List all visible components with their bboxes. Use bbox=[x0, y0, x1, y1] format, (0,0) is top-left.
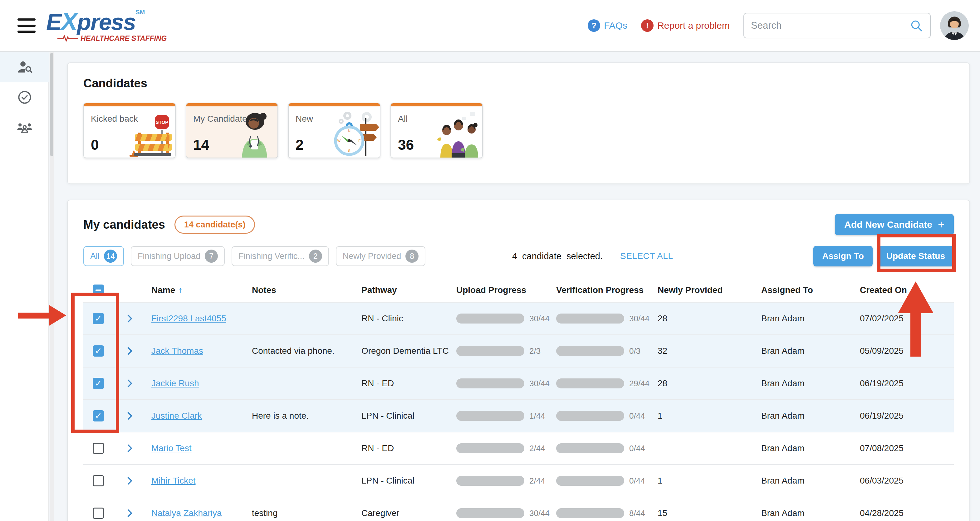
user-avatar[interactable] bbox=[940, 11, 969, 40]
card-accent-bar bbox=[391, 103, 482, 106]
expand-row-chevron-icon[interactable] bbox=[127, 314, 133, 323]
column-header-pathway[interactable]: Pathway bbox=[361, 285, 456, 295]
expand-row-chevron-icon[interactable] bbox=[127, 477, 133, 485]
search-input[interactable] bbox=[751, 20, 910, 31]
selection-count-text: 4 candidate selected. bbox=[512, 251, 603, 261]
exclamation-icon: ! bbox=[641, 19, 654, 32]
created-on-cell: 04/28/2025 bbox=[860, 508, 954, 518]
filter-count-badge: 14 bbox=[104, 249, 117, 263]
candidate-name-link[interactable]: Jackie Rush bbox=[151, 378, 199, 388]
assigned-to-cell: Bran Adam bbox=[761, 411, 860, 421]
card-kicked-back[interactable]: Kicked back 0 STOP bbox=[83, 103, 176, 158]
card-accent-bar bbox=[289, 103, 380, 106]
row-checkbox[interactable]: ✓ bbox=[93, 443, 104, 454]
progress-bar bbox=[456, 313, 524, 324]
svg-text:N: N bbox=[348, 129, 350, 133]
candidate-name-link[interactable]: Justine Clark bbox=[151, 411, 202, 421]
scrollbar-track[interactable] bbox=[49, 52, 54, 521]
table-row: ✓ Justine Clark Here is a note. LPN - Cl… bbox=[83, 399, 954, 432]
assigned-to-cell: Bran Adam bbox=[761, 378, 860, 388]
column-header-name[interactable]: Name↑ bbox=[151, 285, 252, 295]
pathway-cell: RN - ED bbox=[361, 378, 456, 388]
sidebar-item-verifications[interactable] bbox=[0, 83, 49, 112]
row-checkbox[interactable]: ✓ bbox=[93, 345, 104, 357]
expand-row-chevron-icon[interactable] bbox=[127, 444, 133, 453]
card-all[interactable]: All 36 bbox=[390, 103, 483, 158]
scrollbar-thumb[interactable] bbox=[50, 53, 53, 156]
select-all-checkbox[interactable] bbox=[93, 284, 104, 296]
column-header-upload[interactable]: Upload Progress bbox=[456, 285, 556, 295]
table-row: ✓ First2298 Last4055 RN - Clinic 30/44 3… bbox=[83, 302, 954, 334]
candidate-name-link[interactable]: Jack Thomas bbox=[151, 346, 203, 356]
svg-text:E: E bbox=[358, 139, 361, 143]
progress-bar bbox=[556, 313, 624, 324]
svg-text:S: S bbox=[348, 149, 350, 152]
plus-icon: + bbox=[938, 218, 944, 231]
report-problem-link[interactable]: ! Report a problem bbox=[641, 19, 730, 32]
card-my-candidates[interactable]: My Candidates 14 bbox=[186, 103, 278, 158]
column-header-assigned-to[interactable]: Assigned To bbox=[761, 285, 860, 295]
candidate-count-pill: 14 candidate(s) bbox=[175, 216, 255, 233]
row-checkbox[interactable]: ✓ bbox=[93, 508, 104, 519]
created-on-cell: 06/03/2025 bbox=[860, 476, 954, 486]
summary-cards: Kicked back 0 STOP bbox=[83, 103, 954, 158]
upload-progress-cell: 30/44 bbox=[456, 313, 556, 324]
search-icon[interactable] bbox=[910, 19, 923, 32]
upload-progress-cell: 1/44 bbox=[456, 411, 556, 421]
newly-provided-cell: 28 bbox=[658, 378, 761, 388]
candidate-name-link[interactable]: Mihir Ticket bbox=[151, 476, 196, 485]
filter-count-badge: 2 bbox=[309, 249, 322, 263]
faqs-link[interactable]: ? FAQs bbox=[588, 19, 627, 32]
column-header-verification[interactable]: Verification Progress bbox=[556, 285, 658, 295]
sidebar-item-candidate-search[interactable] bbox=[0, 52, 49, 83]
column-header-created-on[interactable]: Created On bbox=[860, 285, 954, 295]
assigned-to-cell: Bran Adam bbox=[761, 476, 860, 486]
progress-bar bbox=[556, 378, 624, 388]
filter-chip-finishing-upload[interactable]: Finishing Upload 7 bbox=[131, 246, 225, 266]
candidate-name-link[interactable]: First2298 Last4055 bbox=[151, 313, 226, 323]
card-new[interactable]: New 2 N E S W bbox=[288, 103, 380, 158]
column-header-newly-provided[interactable]: Newly Provided bbox=[658, 285, 761, 295]
candidate-name-link[interactable]: Natalya Zakhariya bbox=[151, 508, 222, 518]
people-group-illustration bbox=[432, 108, 482, 157]
newly-provided-cell: 1 bbox=[658, 476, 761, 486]
progress-bar bbox=[456, 443, 524, 453]
expand-row-chevron-icon[interactable] bbox=[127, 346, 133, 355]
add-new-candidate-button[interactable]: Add New Candidate + bbox=[835, 214, 954, 235]
assigned-to-cell: Bran Adam bbox=[761, 346, 860, 356]
verification-progress-cell: 29/44 bbox=[556, 378, 658, 388]
candidate-name-link[interactable]: Mario Test bbox=[151, 443, 192, 453]
row-checkbox[interactable]: ✓ bbox=[93, 475, 104, 486]
column-header-notes[interactable]: Notes bbox=[252, 285, 361, 295]
created-on-cell: 06/19/2025 bbox=[860, 378, 954, 388]
card-accent-bar bbox=[84, 103, 175, 106]
filter-chip-finishing-verification[interactable]: Finishing Verific... 2 bbox=[232, 246, 329, 266]
assigned-to-cell: Bran Adam bbox=[761, 313, 860, 324]
expand-row-chevron-icon[interactable] bbox=[127, 379, 133, 388]
filter-chip-newly-provided[interactable]: Newly Provided 8 bbox=[336, 246, 426, 266]
nurse-illustration bbox=[231, 108, 277, 157]
row-checkbox[interactable]: ✓ bbox=[93, 410, 104, 421]
progress-bar bbox=[556, 476, 624, 486]
table-row: ✓ Mihir Ticket LPN - Clinical 2/44 0/44 … bbox=[83, 464, 954, 497]
barricade-stop-illustration: STOP bbox=[125, 108, 175, 157]
sidebar bbox=[0, 52, 49, 521]
verification-progress-cell: 8/44 bbox=[556, 508, 658, 518]
select-all-link[interactable]: SELECT ALL bbox=[620, 251, 673, 261]
update-status-button[interactable]: Update Status bbox=[878, 246, 954, 267]
assign-to-button[interactable]: Assign To bbox=[813, 246, 872, 267]
my-candidates-title: My candidates bbox=[83, 218, 165, 232]
row-checkbox[interactable]: ✓ bbox=[93, 378, 104, 389]
filter-chip-all[interactable]: All 14 bbox=[83, 246, 124, 266]
expand-row-chevron-icon[interactable] bbox=[127, 411, 133, 420]
table-row: ✓ Jack Thomas Contacted via phone. Orego… bbox=[83, 334, 954, 367]
expand-row-chevron-icon[interactable] bbox=[127, 509, 133, 518]
assigned-to-cell: Bran Adam bbox=[761, 508, 860, 518]
svg-text:W: W bbox=[337, 139, 341, 143]
hamburger-menu-icon[interactable] bbox=[18, 18, 36, 33]
filter-count-badge: 7 bbox=[205, 249, 218, 263]
table-row: ✓ Mario Test RN - ED 2/44 0/44 Bran Adam… bbox=[83, 432, 954, 464]
row-checkbox[interactable]: ✓ bbox=[93, 313, 104, 324]
progress-bar bbox=[456, 508, 524, 518]
sidebar-item-groups[interactable] bbox=[0, 112, 49, 142]
